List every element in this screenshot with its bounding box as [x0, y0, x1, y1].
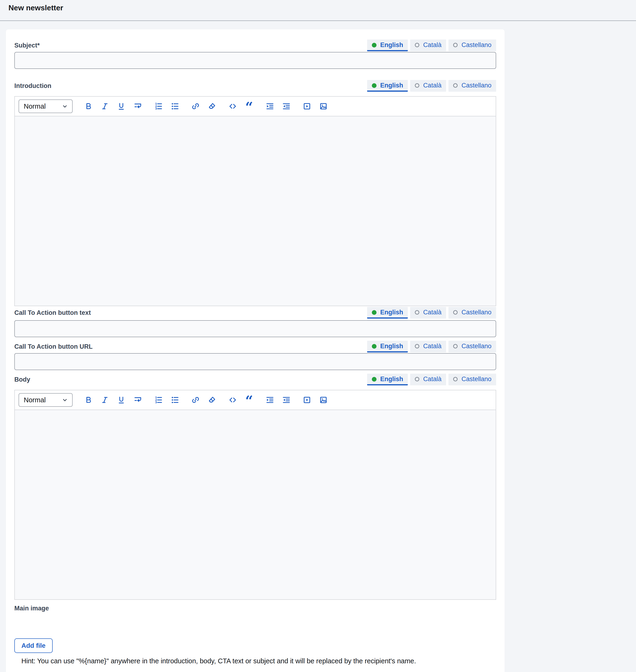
toolbar-bullet-list-button[interactable] — [170, 101, 180, 111]
language-option-castellano[interactable]: Castellano — [449, 80, 496, 92]
toolbar-clear-formatting-button[interactable] — [207, 101, 217, 111]
bold-icon — [84, 102, 93, 111]
chevron-down-icon — [61, 103, 68, 110]
radio-selected-icon — [372, 377, 377, 382]
indent-icon — [265, 102, 274, 111]
paragraph-style-select[interactable]: Normal — [19, 99, 73, 113]
toolbar-group — [191, 395, 217, 405]
underline-icon — [117, 102, 125, 111]
language-option-castellano[interactable]: Castellano — [449, 341, 496, 352]
cta-url-language-selector: EnglishCatalàCastellano — [367, 341, 496, 352]
language-option-castellano[interactable]: Castellano — [449, 39, 496, 51]
toolbar-group — [265, 395, 291, 405]
link-icon — [191, 396, 200, 404]
toolbar-underline-button[interactable] — [116, 395, 126, 405]
image-icon — [319, 102, 327, 111]
toolbar-indent-button[interactable] — [265, 395, 275, 405]
cta-text-label: Call To Action button text — [14, 309, 91, 316]
cta-text-language-selector: EnglishCatalàCastellano — [367, 307, 496, 319]
page-title: New newsletter — [8, 4, 636, 12]
radio-unselected-icon — [453, 344, 458, 348]
code-icon — [228, 396, 237, 404]
clear-formatting-icon — [208, 102, 216, 111]
language-option-català[interactable]: Català — [410, 373, 446, 385]
introduction-editor-content[interactable] — [15, 116, 496, 306]
radio-unselected-icon — [415, 43, 419, 47]
body-editor-content[interactable] — [15, 410, 496, 599]
toolbar-indent-button[interactable] — [265, 101, 275, 111]
toolbar-underline-button[interactable] — [116, 101, 126, 111]
radio-selected-icon — [372, 43, 377, 47]
add-file-button[interactable]: Add file — [14, 638, 53, 653]
language-option-label: English — [380, 343, 403, 350]
outdent-icon — [282, 396, 291, 404]
body-field-header: Body EnglishCatalàCastellano — [14, 373, 496, 386]
radio-selected-icon — [372, 310, 377, 315]
toolbar-group — [83, 395, 143, 405]
toolbar-bullet-list-button[interactable] — [170, 395, 180, 405]
bullet-list-icon — [171, 396, 179, 404]
language-option-català[interactable]: Català — [410, 80, 446, 92]
introduction-editor-toolbar: Normal123“ — [15, 97, 496, 116]
cta-url-label: Call To Action button URL — [14, 343, 93, 350]
toolbar-outdent-button[interactable] — [281, 101, 291, 111]
toolbar-italic-button[interactable] — [100, 101, 110, 111]
language-option-label: Català — [423, 376, 441, 383]
toolbar-blockquote-button[interactable]: “ — [244, 395, 254, 405]
toolbar-group: 123 — [154, 395, 180, 405]
language-option-castellano[interactable]: Castellano — [449, 307, 496, 319]
language-option-english[interactable]: English — [367, 341, 408, 352]
underline-icon — [117, 396, 125, 404]
toolbar-video-button[interactable] — [302, 395, 312, 405]
radio-unselected-icon — [415, 83, 419, 88]
toolbar-link-button[interactable] — [191, 101, 200, 111]
outdent-icon — [282, 102, 291, 111]
toolbar-video-button[interactable] — [302, 101, 312, 111]
toolbar-image-button[interactable] — [318, 101, 329, 111]
toolbar-code-button[interactable] — [228, 101, 238, 111]
toolbar-ordered-list-button[interactable]: 123 — [154, 101, 163, 111]
toolbar-group: “ — [228, 101, 254, 111]
language-option-english[interactable]: English — [367, 307, 408, 319]
toolbar-ordered-list-button[interactable]: 123 — [154, 395, 163, 405]
body-editor: Normal123“ — [14, 390, 496, 600]
radio-unselected-icon — [453, 83, 458, 88]
bullet-list-icon — [171, 102, 179, 111]
svg-text:3: 3 — [155, 401, 157, 404]
toolbar-clear-formatting-button[interactable] — [207, 395, 217, 405]
ordered-list-icon: 123 — [154, 102, 163, 111]
link-icon — [191, 102, 200, 111]
toolbar-outdent-button[interactable] — [281, 395, 291, 405]
radio-selected-icon — [372, 83, 377, 88]
language-option-label: Català — [423, 343, 441, 350]
toolbar-image-button[interactable] — [318, 395, 329, 405]
toolbar-bold-button[interactable] — [83, 395, 93, 405]
language-option-label: English — [380, 309, 403, 316]
toolbar-italic-button[interactable] — [100, 395, 110, 405]
cta-text-input[interactable] — [14, 320, 496, 337]
cta-url-input[interactable] — [14, 353, 496, 370]
svg-text:3: 3 — [155, 108, 157, 111]
toolbar-blockquote-button[interactable]: “ — [244, 101, 254, 111]
language-option-català[interactable]: Català — [410, 307, 446, 319]
language-option-català[interactable]: Català — [410, 39, 446, 51]
toolbar-line-break-button[interactable] — [133, 101, 143, 111]
toolbar-code-button[interactable] — [228, 395, 238, 405]
language-option-label: English — [380, 41, 403, 49]
language-option-english[interactable]: English — [367, 39, 408, 51]
clear-formatting-icon — [208, 396, 216, 404]
toolbar-line-break-button[interactable] — [133, 395, 143, 405]
language-option-english[interactable]: English — [367, 80, 408, 92]
toolbar-link-button[interactable] — [191, 395, 200, 405]
toolbar-bold-button[interactable] — [83, 101, 93, 111]
paragraph-style-select[interactable]: Normal — [19, 393, 73, 407]
language-option-castellano[interactable]: Castellano — [449, 373, 496, 385]
language-option-label: Català — [423, 41, 441, 49]
radio-unselected-icon — [453, 43, 458, 47]
line-break-icon — [134, 396, 142, 404]
language-option-english[interactable]: English — [367, 373, 408, 385]
subject-input[interactable] — [14, 52, 496, 69]
language-option-label: English — [380, 82, 403, 89]
language-option-català[interactable]: Català — [410, 341, 446, 352]
radio-selected-icon — [372, 344, 377, 349]
